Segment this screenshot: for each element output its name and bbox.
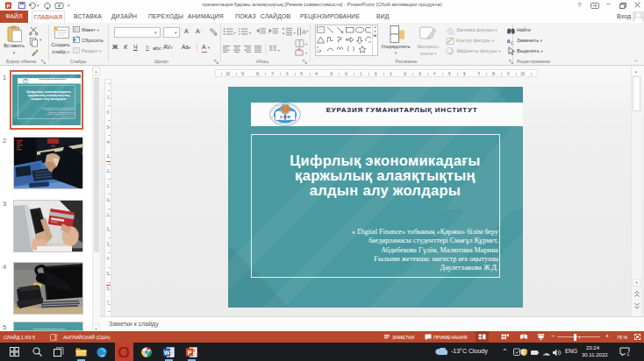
svg-text:P: P — [6, 3, 10, 8]
svg-text:ЕАГИ: ЕАГИ — [280, 115, 290, 119]
svg-text:▾: ▾ — [305, 42, 308, 46]
svg-text:c: c — [511, 39, 514, 46]
svg-text:▾: ▾ — [249, 31, 252, 35]
svg-text:1: 1 — [626, 351, 629, 357]
svg-text:a: a — [507, 37, 511, 45]
svg-text:▾: ▾ — [278, 48, 281, 53]
svg-text:▾: ▾ — [37, 3, 39, 8]
svg-text:W: W — [164, 349, 170, 355]
svg-text:▾: ▾ — [305, 51, 308, 55]
svg-text:▾: ▾ — [294, 31, 297, 35]
svg-text:P: P — [188, 349, 192, 355]
svg-text:▾: ▾ — [234, 31, 237, 35]
svg-text:▾: ▾ — [68, 3, 70, 8]
svg-text:▾: ▾ — [306, 29, 309, 33]
